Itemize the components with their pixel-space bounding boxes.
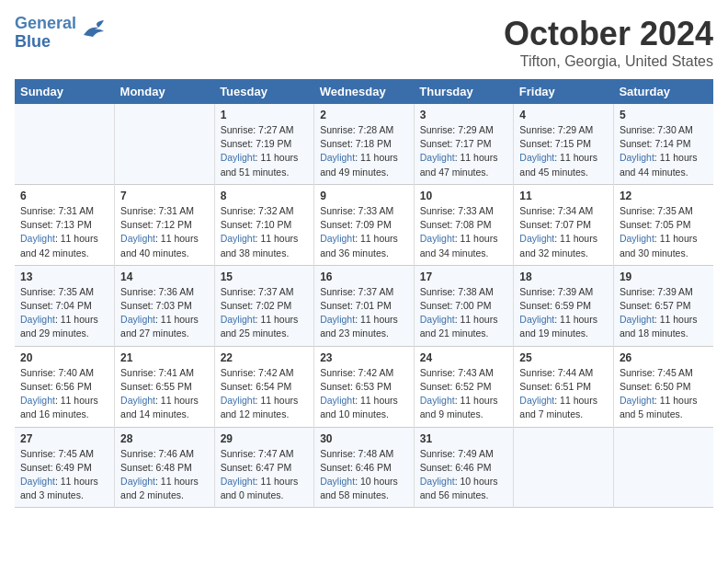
day-number: 20 (20, 351, 108, 364)
day-info: Sunrise: 7:32 AMSunset: 7:10 PMDaylight:… (221, 204, 309, 260)
sunrise-text: Sunrise: 7:46 AM (120, 448, 194, 459)
sunset-text: Sunset: 7:01 PM (320, 300, 392, 311)
day-number: 10 (420, 190, 508, 202)
logo-general: General (15, 14, 76, 32)
title-block: October 2024 Tifton, Georgia, United Sta… (504, 15, 713, 70)
calendar-cell (514, 427, 614, 508)
day-number: 30 (320, 432, 408, 445)
daylight-label: Daylight (20, 233, 55, 244)
day-number: 14 (120, 270, 209, 283)
daylight-label: Daylight (420, 395, 455, 406)
calendar-cell (115, 104, 215, 184)
calendar-week-row: 13Sunrise: 7:35 AMSunset: 7:04 PMDayligh… (15, 265, 713, 346)
calendar-cell: 2Sunrise: 7:28 AMSunset: 7:18 PMDaylight… (314, 104, 415, 184)
sunrise-text: Sunrise: 7:44 AM (519, 367, 593, 378)
daylight-label: Daylight (519, 152, 554, 163)
sunset-text: Sunset: 7:10 PM (221, 219, 292, 230)
col-header-monday: Monday (115, 79, 215, 104)
calendar-cell: 25Sunrise: 7:44 AMSunset: 6:51 PMDayligh… (514, 346, 614, 427)
day-info: Sunrise: 7:34 AMSunset: 7:07 PMDaylight:… (519, 204, 608, 260)
sunrise-text: Sunrise: 7:33 AM (320, 205, 393, 216)
day-info: Sunrise: 7:37 AMSunset: 7:01 PMDaylight:… (320, 285, 408, 341)
day-number: 12 (620, 190, 708, 202)
sunset-text: Sunset: 6:55 PM (120, 381, 192, 392)
calendar-cell (613, 427, 713, 508)
calendar-table: SundayMondayTuesdayWednesdayThursdayFrid… (15, 79, 713, 508)
day-info: Sunrise: 7:48 AMSunset: 6:46 PMDaylight:… (320, 447, 408, 503)
day-info: Sunrise: 7:35 AMSunset: 7:05 PMDaylight:… (620, 204, 708, 260)
calendar-cell: 17Sunrise: 7:38 AMSunset: 7:00 PMDayligh… (414, 265, 514, 346)
sunrise-text: Sunrise: 7:31 AM (120, 205, 194, 216)
sunrise-text: Sunrise: 7:39 AM (620, 286, 693, 297)
daylight-label: Daylight (519, 233, 554, 244)
col-header-tuesday: Tuesday (214, 79, 314, 104)
calendar-cell: 31Sunrise: 7:49 AMSunset: 6:46 PMDayligh… (414, 427, 514, 508)
sunrise-text: Sunrise: 7:29 AM (519, 124, 593, 135)
sunset-text: Sunset: 7:03 PM (120, 300, 192, 311)
sunset-text: Sunset: 6:51 PM (519, 381, 591, 392)
sunrise-text: Sunrise: 7:32 AM (221, 205, 294, 216)
day-info: Sunrise: 7:33 AMSunset: 7:08 PMDaylight:… (420, 204, 508, 260)
day-info: Sunrise: 7:45 AMSunset: 6:49 PMDaylight:… (20, 447, 108, 503)
day-info: Sunrise: 7:41 AMSunset: 6:55 PMDaylight:… (120, 366, 209, 422)
sunset-text: Sunset: 6:46 PM (420, 462, 492, 473)
sunrise-text: Sunrise: 7:37 AM (320, 286, 393, 297)
calendar-cell: 4Sunrise: 7:29 AMSunset: 7:15 PMDaylight… (514, 104, 614, 184)
sunrise-text: Sunrise: 7:30 AM (620, 124, 693, 135)
day-number: 19 (620, 270, 708, 283)
sunset-text: Sunset: 7:12 PM (120, 219, 192, 230)
sunrise-text: Sunrise: 7:45 AM (20, 448, 94, 459)
day-number: 7 (120, 190, 209, 202)
daylight-label: Daylight (320, 476, 355, 487)
logo: General Blue (15, 15, 108, 52)
day-info: Sunrise: 7:37 AMSunset: 7:02 PMDaylight:… (221, 285, 309, 341)
daylight-label: Daylight (120, 314, 155, 325)
sunrise-text: Sunrise: 7:37 AM (221, 286, 294, 297)
calendar-cell: 12Sunrise: 7:35 AMSunset: 7:05 PMDayligh… (613, 184, 713, 265)
daylight-label: Daylight (120, 476, 155, 487)
day-info: Sunrise: 7:30 AMSunset: 7:14 PMDaylight:… (620, 123, 708, 179)
sunrise-text: Sunrise: 7:49 AM (420, 448, 494, 459)
logo-bird-icon (80, 18, 108, 44)
day-number: 16 (320, 270, 408, 283)
calendar-week-row: 6Sunrise: 7:31 AMSunset: 7:13 PMDaylight… (15, 184, 713, 265)
day-info: Sunrise: 7:27 AMSunset: 7:19 PMDaylight:… (221, 123, 309, 179)
day-info: Sunrise: 7:36 AMSunset: 7:03 PMDaylight:… (120, 285, 209, 341)
sunrise-text: Sunrise: 7:36 AM (120, 286, 194, 297)
daylight-label: Daylight (420, 152, 455, 163)
day-info: Sunrise: 7:42 AMSunset: 6:53 PMDaylight:… (320, 366, 408, 422)
daylight-label: Daylight (221, 152, 256, 163)
calendar-cell: 29Sunrise: 7:47 AMSunset: 6:47 PMDayligh… (214, 427, 314, 508)
col-header-sunday: Sunday (15, 79, 115, 104)
day-number: 8 (221, 190, 309, 202)
daylight-label: Daylight (221, 395, 256, 406)
sunset-text: Sunset: 7:02 PM (221, 300, 292, 311)
sunrise-text: Sunrise: 7:45 AM (620, 367, 693, 378)
day-number: 15 (221, 270, 309, 283)
day-number: 13 (20, 270, 108, 283)
day-number: 31 (420, 432, 508, 445)
sunrise-text: Sunrise: 7:35 AM (620, 205, 693, 216)
daylight-label: Daylight (320, 314, 355, 325)
daylight-label: Daylight (221, 233, 256, 244)
sunset-text: Sunset: 6:53 PM (320, 381, 392, 392)
sunset-text: Sunset: 7:04 PM (20, 300, 92, 311)
sunrise-text: Sunrise: 7:27 AM (221, 124, 294, 135)
day-info: Sunrise: 7:38 AMSunset: 7:00 PMDaylight:… (420, 285, 508, 341)
sunrise-text: Sunrise: 7:42 AM (320, 367, 393, 378)
calendar-cell: 5Sunrise: 7:30 AMSunset: 7:14 PMDaylight… (613, 104, 713, 184)
sunset-text: Sunset: 7:09 PM (320, 219, 392, 230)
day-number: 1 (221, 109, 309, 121)
calendar-cell: 6Sunrise: 7:31 AMSunset: 7:13 PMDaylight… (15, 184, 115, 265)
day-number: 23 (320, 351, 408, 364)
daylight-label: Daylight (120, 395, 155, 406)
daylight-label: Daylight (620, 395, 654, 406)
sunset-text: Sunset: 6:50 PM (620, 381, 691, 392)
day-number: 17 (420, 270, 508, 283)
day-info: Sunrise: 7:29 AMSunset: 7:17 PMDaylight:… (420, 123, 508, 179)
day-number: 5 (620, 109, 708, 121)
calendar-cell: 19Sunrise: 7:39 AMSunset: 6:57 PMDayligh… (613, 265, 713, 346)
day-info: Sunrise: 7:31 AMSunset: 7:12 PMDaylight:… (120, 204, 209, 260)
day-number: 26 (620, 351, 708, 364)
sunset-text: Sunset: 6:54 PM (221, 381, 292, 392)
